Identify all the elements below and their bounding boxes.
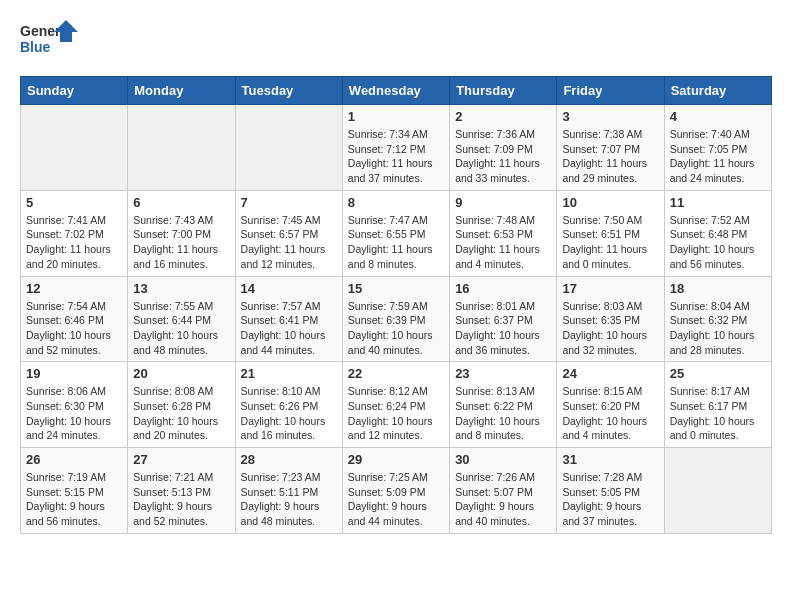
- calendar-cell: [21, 105, 128, 191]
- day-info: Sunrise: 7:45 AM Sunset: 6:57 PM Dayligh…: [241, 213, 337, 272]
- calendar-week-2: 5Sunrise: 7:41 AM Sunset: 7:02 PM Daylig…: [21, 190, 772, 276]
- calendar-week-5: 26Sunrise: 7:19 AM Sunset: 5:15 PM Dayli…: [21, 448, 772, 534]
- day-info: Sunrise: 7:43 AM Sunset: 7:00 PM Dayligh…: [133, 213, 229, 272]
- calendar-cell: [128, 105, 235, 191]
- day-info: Sunrise: 7:26 AM Sunset: 5:07 PM Dayligh…: [455, 470, 551, 529]
- weekday-header-thursday: Thursday: [450, 77, 557, 105]
- calendar-cell: 12Sunrise: 7:54 AM Sunset: 6:46 PM Dayli…: [21, 276, 128, 362]
- day-number: 8: [348, 195, 444, 210]
- day-info: Sunrise: 7:21 AM Sunset: 5:13 PM Dayligh…: [133, 470, 229, 529]
- logo: GeneralBlue: [20, 20, 80, 60]
- calendar-cell: 19Sunrise: 8:06 AM Sunset: 6:30 PM Dayli…: [21, 362, 128, 448]
- day-info: Sunrise: 7:57 AM Sunset: 6:41 PM Dayligh…: [241, 299, 337, 358]
- day-number: 18: [670, 281, 766, 296]
- day-number: 17: [562, 281, 658, 296]
- day-number: 3: [562, 109, 658, 124]
- day-info: Sunrise: 7:38 AM Sunset: 7:07 PM Dayligh…: [562, 127, 658, 186]
- day-number: 12: [26, 281, 122, 296]
- day-number: 1: [348, 109, 444, 124]
- calendar-cell: 10Sunrise: 7:50 AM Sunset: 6:51 PM Dayli…: [557, 190, 664, 276]
- calendar-cell: 14Sunrise: 7:57 AM Sunset: 6:41 PM Dayli…: [235, 276, 342, 362]
- day-number: 23: [455, 366, 551, 381]
- day-number: 14: [241, 281, 337, 296]
- day-info: Sunrise: 8:01 AM Sunset: 6:37 PM Dayligh…: [455, 299, 551, 358]
- calendar-cell: 3Sunrise: 7:38 AM Sunset: 7:07 PM Daylig…: [557, 105, 664, 191]
- day-info: Sunrise: 8:10 AM Sunset: 6:26 PM Dayligh…: [241, 384, 337, 443]
- day-number: 16: [455, 281, 551, 296]
- day-number: 21: [241, 366, 337, 381]
- calendar-cell: 6Sunrise: 7:43 AM Sunset: 7:00 PM Daylig…: [128, 190, 235, 276]
- day-number: 11: [670, 195, 766, 210]
- day-number: 26: [26, 452, 122, 467]
- day-info: Sunrise: 8:06 AM Sunset: 6:30 PM Dayligh…: [26, 384, 122, 443]
- day-info: Sunrise: 7:25 AM Sunset: 5:09 PM Dayligh…: [348, 470, 444, 529]
- day-number: 10: [562, 195, 658, 210]
- day-number: 15: [348, 281, 444, 296]
- calendar-cell: 16Sunrise: 8:01 AM Sunset: 6:37 PM Dayli…: [450, 276, 557, 362]
- day-number: 30: [455, 452, 551, 467]
- calendar-cell: 18Sunrise: 8:04 AM Sunset: 6:32 PM Dayli…: [664, 276, 771, 362]
- calendar-cell: [235, 105, 342, 191]
- calendar-cell: 28Sunrise: 7:23 AM Sunset: 5:11 PM Dayli…: [235, 448, 342, 534]
- day-info: Sunrise: 7:41 AM Sunset: 7:02 PM Dayligh…: [26, 213, 122, 272]
- day-info: Sunrise: 7:28 AM Sunset: 5:05 PM Dayligh…: [562, 470, 658, 529]
- calendar-cell: 13Sunrise: 7:55 AM Sunset: 6:44 PM Dayli…: [128, 276, 235, 362]
- svg-text:Blue: Blue: [20, 39, 51, 55]
- day-info: Sunrise: 7:23 AM Sunset: 5:11 PM Dayligh…: [241, 470, 337, 529]
- day-number: 27: [133, 452, 229, 467]
- calendar-cell: 25Sunrise: 8:17 AM Sunset: 6:17 PM Dayli…: [664, 362, 771, 448]
- day-number: 7: [241, 195, 337, 210]
- day-info: Sunrise: 7:54 AM Sunset: 6:46 PM Dayligh…: [26, 299, 122, 358]
- day-number: 13: [133, 281, 229, 296]
- weekday-header-wednesday: Wednesday: [342, 77, 449, 105]
- weekday-header-sunday: Sunday: [21, 77, 128, 105]
- calendar-cell: 22Sunrise: 8:12 AM Sunset: 6:24 PM Dayli…: [342, 362, 449, 448]
- day-info: Sunrise: 8:04 AM Sunset: 6:32 PM Dayligh…: [670, 299, 766, 358]
- day-number: 4: [670, 109, 766, 124]
- calendar-cell: 26Sunrise: 7:19 AM Sunset: 5:15 PM Dayli…: [21, 448, 128, 534]
- day-info: Sunrise: 7:52 AM Sunset: 6:48 PM Dayligh…: [670, 213, 766, 272]
- day-number: 9: [455, 195, 551, 210]
- calendar-week-4: 19Sunrise: 8:06 AM Sunset: 6:30 PM Dayli…: [21, 362, 772, 448]
- calendar-week-3: 12Sunrise: 7:54 AM Sunset: 6:46 PM Dayli…: [21, 276, 772, 362]
- calendar-week-1: 1Sunrise: 7:34 AM Sunset: 7:12 PM Daylig…: [21, 105, 772, 191]
- day-info: Sunrise: 7:50 AM Sunset: 6:51 PM Dayligh…: [562, 213, 658, 272]
- day-info: Sunrise: 8:15 AM Sunset: 6:20 PM Dayligh…: [562, 384, 658, 443]
- day-number: 5: [26, 195, 122, 210]
- weekday-header-monday: Monday: [128, 77, 235, 105]
- calendar-cell: 5Sunrise: 7:41 AM Sunset: 7:02 PM Daylig…: [21, 190, 128, 276]
- weekday-header-row: SundayMondayTuesdayWednesdayThursdayFrid…: [21, 77, 772, 105]
- day-info: Sunrise: 8:03 AM Sunset: 6:35 PM Dayligh…: [562, 299, 658, 358]
- day-info: Sunrise: 7:19 AM Sunset: 5:15 PM Dayligh…: [26, 470, 122, 529]
- calendar-cell: 4Sunrise: 7:40 AM Sunset: 7:05 PM Daylig…: [664, 105, 771, 191]
- calendar-cell: 7Sunrise: 7:45 AM Sunset: 6:57 PM Daylig…: [235, 190, 342, 276]
- calendar-cell: 21Sunrise: 8:10 AM Sunset: 6:26 PM Dayli…: [235, 362, 342, 448]
- weekday-header-saturday: Saturday: [664, 77, 771, 105]
- calendar-cell: 20Sunrise: 8:08 AM Sunset: 6:28 PM Dayli…: [128, 362, 235, 448]
- weekday-header-friday: Friday: [557, 77, 664, 105]
- day-info: Sunrise: 7:59 AM Sunset: 6:39 PM Dayligh…: [348, 299, 444, 358]
- calendar-cell: 15Sunrise: 7:59 AM Sunset: 6:39 PM Dayli…: [342, 276, 449, 362]
- calendar-cell: 27Sunrise: 7:21 AM Sunset: 5:13 PM Dayli…: [128, 448, 235, 534]
- calendar-cell: 1Sunrise: 7:34 AM Sunset: 7:12 PM Daylig…: [342, 105, 449, 191]
- day-info: Sunrise: 7:36 AM Sunset: 7:09 PM Dayligh…: [455, 127, 551, 186]
- day-info: Sunrise: 7:40 AM Sunset: 7:05 PM Dayligh…: [670, 127, 766, 186]
- day-number: 24: [562, 366, 658, 381]
- day-info: Sunrise: 7:47 AM Sunset: 6:55 PM Dayligh…: [348, 213, 444, 272]
- calendar-cell: 30Sunrise: 7:26 AM Sunset: 5:07 PM Dayli…: [450, 448, 557, 534]
- weekday-header-tuesday: Tuesday: [235, 77, 342, 105]
- logo-svg: GeneralBlue: [20, 20, 80, 60]
- day-info: Sunrise: 8:12 AM Sunset: 6:24 PM Dayligh…: [348, 384, 444, 443]
- day-info: Sunrise: 8:08 AM Sunset: 6:28 PM Dayligh…: [133, 384, 229, 443]
- calendar-table: SundayMondayTuesdayWednesdayThursdayFrid…: [20, 76, 772, 534]
- calendar-cell: 11Sunrise: 7:52 AM Sunset: 6:48 PM Dayli…: [664, 190, 771, 276]
- calendar-cell: [664, 448, 771, 534]
- day-number: 31: [562, 452, 658, 467]
- calendar-cell: 8Sunrise: 7:47 AM Sunset: 6:55 PM Daylig…: [342, 190, 449, 276]
- day-number: 6: [133, 195, 229, 210]
- day-number: 20: [133, 366, 229, 381]
- calendar-cell: 31Sunrise: 7:28 AM Sunset: 5:05 PM Dayli…: [557, 448, 664, 534]
- day-info: Sunrise: 7:48 AM Sunset: 6:53 PM Dayligh…: [455, 213, 551, 272]
- day-number: 29: [348, 452, 444, 467]
- calendar-cell: 23Sunrise: 8:13 AM Sunset: 6:22 PM Dayli…: [450, 362, 557, 448]
